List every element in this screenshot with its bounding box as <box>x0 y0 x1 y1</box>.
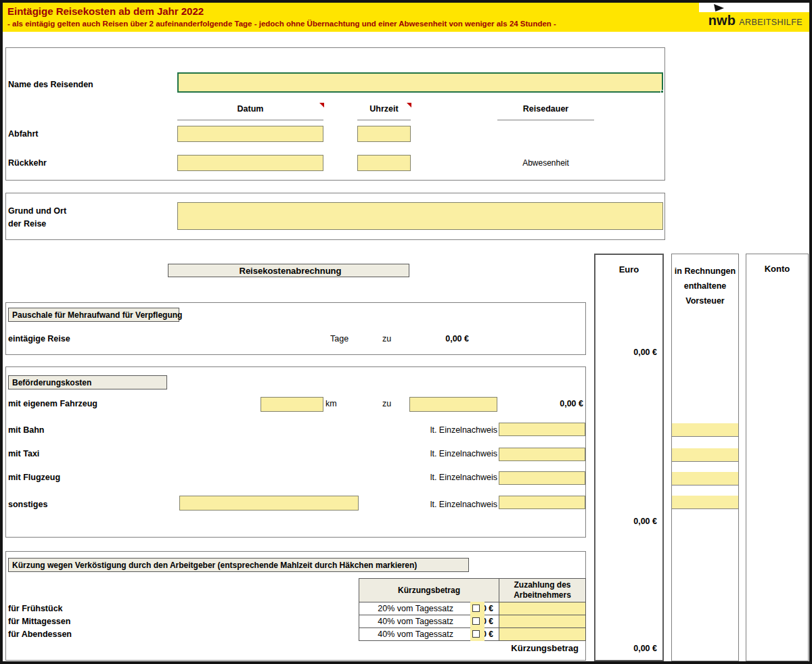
allowance-rate-value: 0,00 € <box>408 334 469 343</box>
page-subtitle: - als eintägig gelten auch Reisen über 2… <box>7 20 556 28</box>
einzelnachweis-label: lt. Einzelnachweis <box>416 500 497 509</box>
vorsteuer-input[interactable] <box>672 423 738 437</box>
zu-label: zu <box>382 399 391 408</box>
km-rate-input[interactable] <box>409 397 497 412</box>
meals-section-header: Kürzung wegen Verköstigung durch den Arb… <box>8 558 469 572</box>
vorsteuer-input[interactable] <box>672 496 738 509</box>
vehicle-amount: 0,00 € <box>522 399 583 408</box>
reason-input[interactable] <box>177 202 663 230</box>
transport-section-header: Beförderungskosten <box>8 375 167 389</box>
statement-title: Reisekostenabrechnung <box>168 264 409 277</box>
konto-column: Konto <box>746 254 809 661</box>
abwesenheit-label: Abwesenheit <box>497 158 594 168</box>
tage-label: Tage <box>330 334 348 343</box>
taxi-input[interactable] <box>499 448 585 461</box>
row-label-mittagessen: für Mittagessen <box>8 617 70 626</box>
einzelnachweis-label: lt. Einzelnachweis <box>416 449 497 458</box>
column-header-datum: Datum <box>177 104 323 114</box>
mittagessen-zuzahlung-input[interactable] <box>499 615 586 628</box>
worksheet: Eintägige Reisekosten ab dem Jahr 2022 -… <box>0 0 812 664</box>
einzelnachweis-label: lt. Einzelnachweis <box>416 473 497 482</box>
header-rule <box>357 120 411 120</box>
vorsteuer-column: in Rechnungen enthaltene Vorsteuer <box>671 254 739 661</box>
abfahrt-uhrzeit-input[interactable] <box>357 126 411 142</box>
sonstiges-text-input[interactable] <box>179 496 359 511</box>
vorsteuer-input[interactable] <box>672 472 738 485</box>
title-bar: Eintägige Reisekosten ab dem Jahr 2022 -… <box>3 3 809 32</box>
header-rule <box>497 120 594 120</box>
rueckkehr-uhrzeit-input[interactable] <box>357 155 411 171</box>
meals-total-euro: 0,00 € <box>633 644 657 653</box>
abendessen-zuzahlung-input[interactable] <box>499 628 586 641</box>
row-label-sonstiges: sonstiges <box>8 500 47 509</box>
vorsteuer-column-header: in Rechnungen enthaltene Vorsteuer <box>674 254 736 308</box>
bahn-input[interactable] <box>499 423 585 436</box>
comment-indicator-icon <box>319 103 324 108</box>
einzelnachweis-label: lt. Einzelnachweis <box>416 425 497 435</box>
row-label-fruehstueck: für Frühstück <box>8 604 63 613</box>
allowance-section-header: Pauschale für Mehraufwand für Verpflegun… <box>8 308 179 322</box>
row-label-bahn: mit Bahn <box>8 425 44 435</box>
transport-total-euro: 0,00 € <box>633 517 657 526</box>
page-title: Eintägige Reisekosten ab dem Jahr 2022 <box>7 5 204 17</box>
header-rule <box>177 120 323 120</box>
row-label-abendessen: für Abendessen <box>8 630 72 639</box>
row-label-flugzeug: mit Flugzeug <box>8 473 60 482</box>
mittagessen-rate-label: 40% vom Tagessatz <box>332 617 453 626</box>
abfahrt-datum-input[interactable] <box>177 126 323 142</box>
vehicle-row-label: mit eigenem Fahrzeug <box>8 399 97 408</box>
sonstiges-input[interactable] <box>499 496 585 509</box>
meals-col-kuerzungsbetrag: Kürzungsbetrag <box>359 579 499 602</box>
row-label-taxi: mit Taxi <box>8 449 39 458</box>
row-label-rueckkehr: Rückkehr <box>8 158 47 168</box>
brand-logo: nwb ARBEITSHILFE <box>708 13 803 28</box>
flugzeug-input[interactable] <box>499 471 585 485</box>
fruehstueck-zuzahlung-input[interactable] <box>499 602 586 615</box>
rueckkehr-datum-input[interactable] <box>177 155 323 171</box>
fruehstueck-checkbox[interactable] <box>472 604 480 612</box>
row-label-abfahrt: Abfahrt <box>8 129 38 139</box>
nwb-arrow-icon <box>714 4 724 11</box>
selection-fill-handle[interactable] <box>660 90 664 93</box>
zu-label: zu <box>382 334 391 343</box>
name-input[interactable] <box>177 72 663 93</box>
vorsteuer-input[interactable] <box>672 448 738 462</box>
comment-indicator-icon <box>407 103 411 108</box>
euro-column: Euro 0,00 € 0,00 € 0,00 € <box>594 254 664 661</box>
meals-col-zuzahlung: Zuzahlung des Arbeitnehmers <box>499 579 586 602</box>
reason-label-line1: Grund und Ort <box>8 206 66 216</box>
brand-suffix: ARBEITSHILFE <box>739 18 803 27</box>
brand-notch <box>699 3 809 12</box>
brand-name: nwb <box>708 13 736 28</box>
reason-label-line2: der Reise <box>8 219 46 229</box>
allowance-row-label: eintägige Reise <box>8 334 70 343</box>
km-label: km <box>325 399 337 408</box>
konto-column-header: Konto <box>746 254 808 274</box>
km-input[interactable] <box>261 397 323 412</box>
mittagessen-checkbox[interactable] <box>472 617 480 625</box>
column-header-reisedauer: Reisedauer <box>497 104 594 114</box>
abendessen-rate-label: 40% vom Tagessatz <box>332 630 453 639</box>
fruehstueck-rate-label: 20% vom Tagessatz <box>332 604 453 613</box>
column-header-uhrzeit: Uhrzeit <box>357 104 411 114</box>
kuerzungsbetrag-total-label: Kürzungsbetrag <box>443 643 579 653</box>
allowance-total-euro: 0,00 € <box>633 348 657 357</box>
abendessen-checkbox[interactable] <box>472 630 480 638</box>
euro-column-header: Euro <box>595 255 662 275</box>
name-label: Name des Reisenden <box>8 80 93 89</box>
